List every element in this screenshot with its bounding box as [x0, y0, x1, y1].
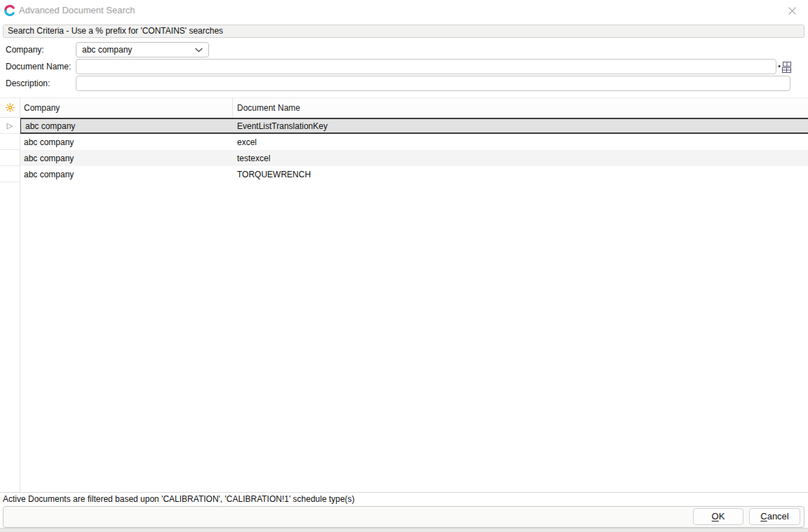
selected-row-indicator-icon: ▷ [7, 121, 13, 130]
table-row[interactable]: abc companytestexcel [0, 150, 808, 166]
cell-document-name[interactable]: excel [233, 137, 808, 147]
close-icon[interactable] [786, 4, 798, 17]
app-logo-icon [4, 5, 15, 16]
table-row[interactable]: abc companyexcel [0, 134, 808, 150]
document-lookup-icon[interactable] [777, 60, 793, 74]
cell-company[interactable]: abc company [20, 154, 233, 163]
table-row[interactable]: ▷abc companyEventListTranslationKey [0, 118, 808, 134]
title-bar: Advanced Document Search [0, 0, 808, 21]
row-content[interactable]: abc companyTORQUEWRENCH [20, 166, 808, 182]
row-header-cell[interactable] [0, 166, 20, 182]
cell-company[interactable]: abc company [21, 121, 233, 131]
advanced-document-search-dialog: Advanced Document Search Search Criteria… [0, 0, 808, 532]
chevron-down-icon [195, 48, 203, 53]
cell-document-name[interactable]: testexcel [233, 154, 808, 163]
document-name-label: Document Name: [6, 59, 71, 74]
ok-button[interactable]: OK [693, 508, 743, 525]
window-bottom-edge [0, 528, 808, 532]
filter-status-text: Active Documents are filtered based upon… [3, 494, 355, 505]
company-select[interactable]: abc company [76, 42, 209, 57]
grid-header-row: Company Document Name [0, 98, 808, 118]
sun-icon [6, 103, 15, 112]
company-label: Company: [6, 42, 44, 57]
cell-company[interactable]: abc company [20, 137, 233, 147]
cell-document-name[interactable]: TORQUEWRENCH [233, 170, 808, 179]
row-content[interactable]: abc companytestexcel [20, 150, 808, 166]
company-select-value: abc company [82, 45, 132, 55]
row-content[interactable]: abc companyexcel [20, 134, 808, 150]
footer-panel [3, 506, 804, 528]
column-header-document-name[interactable]: Document Name [233, 98, 808, 118]
description-label: Description: [6, 76, 50, 91]
cell-company[interactable]: abc company [20, 170, 233, 179]
row-header-cell[interactable]: ▷ [0, 118, 20, 134]
search-criteria-group-header: Search Criteria - Use a % prefix for 'CO… [3, 25, 804, 38]
results-grid: Company Document Name ▷abc companyEventL… [0, 97, 808, 493]
table-row[interactable]: abc companyTORQUEWRENCH [0, 166, 808, 182]
grid-rows: ▷abc companyEventListTranslationKeyabc c… [0, 118, 808, 182]
row-content[interactable]: abc companyEventListTranslationKey [20, 118, 808, 134]
row-header-cell[interactable] [0, 150, 20, 166]
row-header-cell[interactable] [0, 134, 20, 150]
column-header-company[interactable]: Company [20, 98, 233, 118]
description-input[interactable] [76, 76, 790, 91]
grid-corner-cell[interactable] [0, 98, 20, 118]
window-title: Advanced Document Search [19, 5, 135, 15]
cell-document-name[interactable]: EventListTranslationKey [233, 121, 808, 131]
document-name-input[interactable] [76, 59, 776, 74]
cancel-button[interactable]: Cancel [749, 508, 800, 525]
